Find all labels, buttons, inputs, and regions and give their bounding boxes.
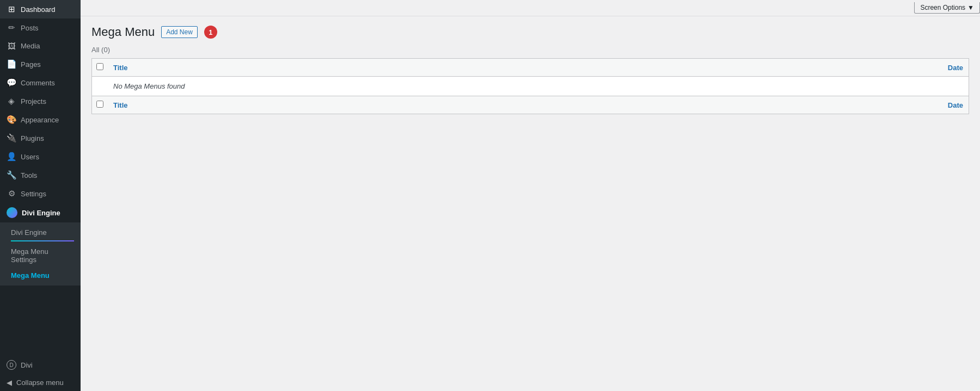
plugins-icon: 🔌: [7, 133, 16, 143]
filter-all-link[interactable]: All: [91, 46, 101, 54]
pages-icon: 📄: [7, 59, 16, 69]
sidebar-item-appearance[interactable]: 🎨 Appearance: [0, 110, 81, 129]
sidebar-item-mega-menu-settings[interactable]: Mega Menu Settings: [0, 244, 81, 268]
page-title: Mega Menu: [91, 25, 155, 39]
sidebar-item-users[interactable]: 👤 Users: [0, 147, 81, 166]
table-footer-row: Title Date: [92, 96, 969, 114]
sidebar-item-settings[interactable]: ⚙ Settings: [0, 184, 81, 203]
table-empty-row: No Mega Menus found: [92, 77, 969, 96]
tools-icon: 🔧: [7, 170, 16, 180]
sidebar: ⊞ Dashboard ✏ Posts 🖼 Media 📄 Pages 💬 Co…: [0, 0, 81, 391]
filter-all-count: (0): [101, 46, 110, 54]
settings-icon: ⚙: [7, 189, 16, 198]
dashboard-icon: ⊞: [7, 4, 16, 14]
sidebar-item-mega-menu[interactable]: Mega Menu: [0, 268, 81, 283]
screen-options-button[interactable]: Screen Options ▼: [914, 2, 980, 14]
table-header-row: Title Date: [92, 59, 969, 77]
sidebar-item-divi[interactable]: D Divi: [0, 356, 81, 374]
table-foot-date-header[interactable]: Date: [529, 96, 969, 114]
collapse-menu-item[interactable]: ◀ Collapse menu: [0, 374, 81, 391]
sidebar-divi-engine-header[interactable]: Divi Engine: [0, 203, 81, 222]
divi-engine-icon: [7, 207, 17, 218]
filter-bar: All (0): [91, 46, 969, 54]
sidebar-item-pages[interactable]: 📄 Pages: [0, 55, 81, 73]
sidebar-item-media[interactable]: 🖼 Media: [0, 37, 81, 55]
sidebar-item-divi-engine[interactable]: Divi Engine: [0, 225, 81, 240]
sidebar-item-posts[interactable]: ✏ Posts: [0, 18, 81, 37]
table-check-all-header: [92, 59, 108, 77]
sidebar-item-projects[interactable]: ◈ Projects: [0, 92, 81, 110]
divi-icon: D: [7, 360, 16, 370]
comments-icon: 💬: [7, 78, 16, 88]
media-icon: 🖼: [7, 41, 16, 51]
table-foot-title-header[interactable]: Title: [108, 96, 529, 114]
screen-options-arrow-icon: ▼: [967, 4, 974, 11]
topbar: Screen Options ▼: [81, 0, 980, 16]
appearance-icon: 🎨: [7, 115, 16, 125]
table-date-header[interactable]: Date: [529, 59, 969, 77]
sidebar-item-tools[interactable]: 🔧 Tools: [0, 166, 81, 184]
check-all-checkbox[interactable]: [96, 63, 103, 70]
foot-check-all-checkbox[interactable]: [96, 101, 103, 108]
page-content: Mega Menu Add New 1 All (0) Title Date: [81, 16, 980, 391]
page-header: Mega Menu Add New 1: [91, 25, 969, 39]
posts-icon: ✏: [7, 23, 16, 33]
empty-check-cell: [92, 77, 108, 96]
sidebar-divi-engine-submenu: Divi Engine Mega Menu Settings Mega Menu: [0, 222, 81, 286]
table-title-header[interactable]: Title: [108, 59, 529, 77]
notification-badge: 1: [204, 26, 217, 39]
sidebar-item-dashboard[interactable]: ⊞ Dashboard: [0, 0, 81, 18]
mega-menu-table: Title Date No Mega Menus found Title Dat…: [91, 58, 969, 114]
divi-engine-underline: [11, 240, 74, 241]
main-content: Screen Options ▼ Mega Menu Add New 1 All…: [81, 0, 980, 391]
projects-icon: ◈: [7, 96, 16, 106]
sidebar-item-comments[interactable]: 💬 Comments: [0, 73, 81, 92]
collapse-icon: ◀: [7, 378, 12, 387]
empty-message: No Mega Menus found: [108, 77, 969, 96]
add-new-button[interactable]: Add New: [161, 26, 198, 38]
table-foot-check-header: [92, 96, 108, 114]
users-icon: 👤: [7, 152, 16, 162]
sidebar-item-plugins[interactable]: 🔌 Plugins: [0, 129, 81, 147]
